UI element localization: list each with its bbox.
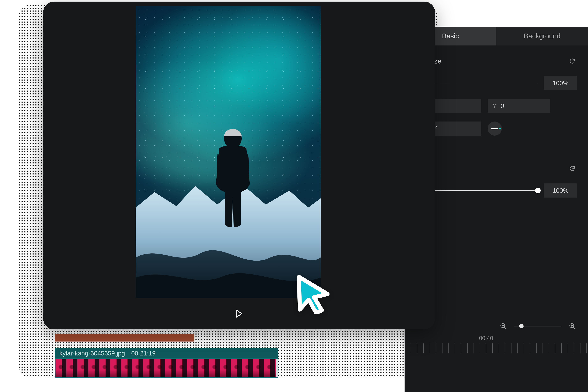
track-main-clip-thumbnails[interactable] <box>55 359 278 378</box>
position-y-input[interactable]: Y 0 <box>488 99 550 113</box>
zoom-out-icon <box>500 323 507 330</box>
play-button[interactable] <box>233 307 246 320</box>
position-y-value: 0 <box>501 102 504 110</box>
track-overlay-clip[interactable] <box>55 334 194 342</box>
preview-canvas[interactable] <box>136 6 321 298</box>
zoom-out-button[interactable] <box>498 322 508 331</box>
opacity-value[interactable]: 100% <box>544 184 577 198</box>
play-icon <box>236 310 243 318</box>
zoom-in-button[interactable] <box>568 322 577 331</box>
reset-position-size-button[interactable] <box>568 56 577 66</box>
timeline-tracks: kylar-kang-6045659.jpg 00:21:19 <box>52 334 523 378</box>
opacity-slider[interactable] <box>419 190 538 191</box>
reset-icon <box>569 165 576 172</box>
clip-trim-handle[interactable] <box>276 359 278 377</box>
scale-value[interactable]: 100% <box>544 76 577 90</box>
preview-image-person <box>209 128 256 228</box>
track-main-clip-header[interactable]: kylar-kang-6045659.jpg 00:21:19 <box>55 348 278 359</box>
tab-background[interactable]: Background <box>496 27 588 46</box>
axis-label-y: Y <box>492 102 496 110</box>
mirror-button[interactable] <box>488 122 502 136</box>
scale-slider[interactable] <box>419 83 538 84</box>
clip-filename: kylar-kang-6045659.jpg <box>60 350 125 357</box>
cursor-pointer-icon <box>292 273 332 314</box>
zoom-in-icon <box>569 323 576 330</box>
zoom-slider[interactable] <box>514 326 561 326</box>
mirror-icon <box>491 128 498 129</box>
indicator-dot-icon <box>499 128 501 129</box>
reset-blend-button[interactable] <box>568 164 577 173</box>
reset-icon <box>569 58 576 64</box>
preview-card <box>43 2 435 329</box>
svg-point-3 <box>231 131 235 135</box>
clip-duration: 00:21:19 <box>131 350 156 357</box>
